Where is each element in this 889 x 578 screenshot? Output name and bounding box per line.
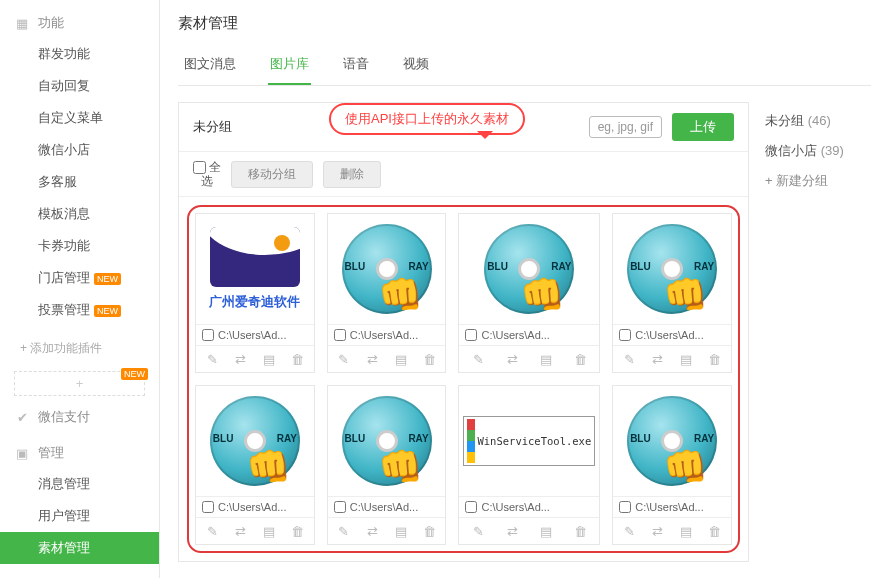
swap-icon[interactable]: ⇄ — [363, 522, 381, 540]
tab[interactable]: 图文消息 — [182, 47, 238, 85]
edit-icon[interactable]: ✎ — [335, 350, 353, 368]
move-icon[interactable]: ▤ — [677, 522, 695, 540]
sidebar-section-header[interactable]: ▣管理 — [0, 438, 159, 468]
sidebar-item[interactable]: 模板消息 — [0, 198, 159, 230]
item-checkbox[interactable] — [619, 329, 631, 341]
swap-icon[interactable]: ⇄ — [232, 350, 250, 368]
add-plugin-box[interactable]: +NEW — [14, 371, 145, 396]
trash-icon[interactable]: 🗑 — [420, 522, 438, 540]
filename-row: C:\Users\Ad... — [613, 496, 731, 517]
sidebar-item[interactable]: 素材管理 — [0, 532, 159, 564]
material-card[interactable]: 广州爱奇迪软件C:\Users\Ad...✎⇄▤🗑 — [195, 213, 315, 373]
swap-icon[interactable]: ⇄ — [649, 522, 667, 540]
sidebar-item[interactable]: 微信小店 — [0, 134, 159, 166]
move-icon[interactable]: ▤ — [260, 522, 278, 540]
material-card[interactable]: BLURAY👊C:\Users\Ad...✎⇄▤🗑 — [327, 213, 447, 373]
highlighted-grid-region: 广州爱奇迪软件C:\Users\Ad...✎⇄▤🗑BLURAY👊C:\Users… — [187, 205, 740, 553]
sidebar-section-header[interactable]: ▦功能 — [0, 8, 159, 38]
swap-icon[interactable]: ⇄ — [232, 522, 250, 540]
delete-button[interactable]: 删除 — [323, 161, 381, 188]
material-card[interactable]: BLURAY👊C:\Users\Ad...✎⇄▤🗑 — [458, 213, 600, 373]
sidebar-item[interactable]: 群发功能 — [0, 38, 159, 70]
move-icon[interactable]: ▤ — [537, 522, 555, 540]
trash-icon[interactable]: 🗑 — [288, 350, 306, 368]
tab[interactable]: 语音 — [341, 47, 371, 85]
edit-icon[interactable]: ✎ — [469, 522, 487, 540]
material-card[interactable]: BLURAY👊C:\Users\Ad...✎⇄▤🗑 — [612, 213, 732, 373]
item-checkbox[interactable] — [202, 501, 214, 513]
edit-icon[interactable]: ✎ — [203, 350, 221, 368]
filename-row: C:\Users\Ad... — [196, 324, 314, 345]
trash-icon[interactable]: 🗑 — [420, 350, 438, 368]
material-card[interactable]: BLURAY👊C:\Users\Ad...✎⇄▤🗑 — [195, 385, 315, 545]
item-checkbox[interactable] — [334, 329, 346, 341]
trash-icon[interactable]: 🗑 — [706, 350, 724, 368]
move-group-button[interactable]: 移动分组 — [231, 161, 313, 188]
filename-row: C:\Users\Ad... — [328, 324, 446, 345]
swap-icon[interactable]: ⇄ — [503, 522, 521, 540]
item-checkbox[interactable] — [334, 501, 346, 513]
sidebar-item[interactable]: 门店管理NEW — [0, 262, 159, 294]
edit-icon[interactable]: ✎ — [620, 522, 638, 540]
sidebar-item[interactable]: 自动回复 — [0, 70, 159, 102]
thumbnail: BLURAY👊 — [328, 386, 446, 496]
move-icon[interactable]: ▤ — [537, 350, 555, 368]
edit-icon[interactable]: ✎ — [203, 522, 221, 540]
filename-row: C:\Users\Ad... — [196, 496, 314, 517]
filename-row: C:\Users\Ad... — [459, 496, 599, 517]
move-icon[interactable]: ▤ — [392, 350, 410, 368]
thumbnail: BLURAY👊 — [613, 386, 731, 496]
add-plugin-link[interactable]: + 添加功能插件 — [0, 332, 159, 365]
move-icon[interactable]: ▤ — [392, 522, 410, 540]
edit-icon[interactable]: ✎ — [335, 522, 353, 540]
tab[interactable]: 图片库 — [268, 47, 311, 85]
swap-icon[interactable]: ⇄ — [503, 350, 521, 368]
folder-icon: ▣ — [14, 445, 30, 461]
trash-icon[interactable]: 🗑 — [571, 522, 589, 540]
filename-row: C:\Users\Ad... — [613, 324, 731, 345]
sidebar-item[interactable]: 卡券功能 — [0, 230, 159, 262]
move-icon[interactable]: ▤ — [260, 350, 278, 368]
item-checkbox[interactable] — [465, 329, 477, 341]
material-card[interactable]: BLURAY👊C:\Users\Ad...✎⇄▤🗑 — [327, 385, 447, 545]
thumbnail: WinServiceTool.exe — [459, 386, 599, 496]
trash-icon[interactable]: 🗑 — [706, 522, 724, 540]
tab[interactable]: 视频 — [401, 47, 431, 85]
filename-label: C:\Users\Ad... — [350, 501, 418, 513]
sidebar-item[interactable]: 消息管理 — [0, 468, 159, 500]
item-checkbox[interactable] — [465, 501, 477, 513]
material-card[interactable]: BLURAY👊C:\Users\Ad...✎⇄▤🗑 — [612, 385, 732, 545]
filename-label: C:\Users\Ad... — [481, 329, 549, 341]
material-panel: 未分组 使用API接口上传的永久素材 eg, jpg, gif 上传 全 选 移… — [178, 102, 749, 562]
thumbnail: 广州爱奇迪软件 — [196, 214, 314, 324]
material-card[interactable]: WinServiceTool.exeC:\Users\Ad...✎⇄▤🗑 — [458, 385, 600, 545]
item-checkbox[interactable] — [619, 501, 631, 513]
upload-button[interactable]: 上传 — [672, 113, 734, 141]
edit-icon[interactable]: ✎ — [469, 350, 487, 368]
trash-icon[interactable]: 🗑 — [571, 350, 589, 368]
swap-icon[interactable]: ⇄ — [363, 350, 381, 368]
thumbnail: BLURAY👊 — [196, 386, 314, 496]
item-checkbox[interactable] — [202, 329, 214, 341]
sidebar-item[interactable]: 多客服 — [0, 166, 159, 198]
move-icon[interactable]: ▤ — [677, 350, 695, 368]
sidebar-item[interactable]: 用户管理 — [0, 500, 159, 532]
add-group-button[interactable]: + 新建分组 — [761, 166, 871, 196]
trash-icon[interactable]: 🗑 — [288, 522, 306, 540]
group-item[interactable]: 微信小店 (39) — [761, 136, 871, 166]
sidebar-section-header[interactable]: 📢推广NEW▾ — [0, 570, 159, 578]
group-item[interactable]: 未分组 (46) — [761, 106, 871, 136]
thumbnail: BLURAY👊 — [328, 214, 446, 324]
sidebar-section-header[interactable]: ✔微信支付 — [0, 402, 159, 432]
filename-label: C:\Users\Ad... — [635, 329, 703, 341]
panel-header: 未分组 使用API接口上传的永久素材 eg, jpg, gif 上传 — [179, 103, 748, 152]
filename-label: C:\Users\Ad... — [481, 501, 549, 513]
filename-label: C:\Users\Ad... — [350, 329, 418, 341]
sidebar-item[interactable]: 自定义菜单 — [0, 102, 159, 134]
thumbnail: BLURAY👊 — [459, 214, 599, 324]
edit-icon[interactable]: ✎ — [620, 350, 638, 368]
select-all-checkbox[interactable]: 全 选 — [193, 160, 221, 188]
sidebar-item[interactable]: 投票管理NEW — [0, 294, 159, 326]
swap-icon[interactable]: ⇄ — [649, 350, 667, 368]
toolbar: 全 选 移动分组 删除 — [179, 152, 748, 197]
